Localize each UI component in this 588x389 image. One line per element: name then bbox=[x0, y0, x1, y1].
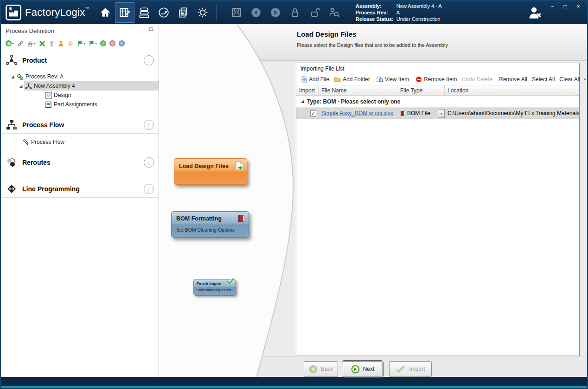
user-assign-icon[interactable] bbox=[58, 40, 64, 47]
process-definition-button[interactable] bbox=[115, 2, 134, 23]
tree-item-process-flow[interactable]: Process Flow bbox=[1, 137, 159, 147]
product-collapse-icon[interactable]: ↑ bbox=[144, 55, 154, 65]
pin-icon[interactable] bbox=[148, 27, 154, 34]
back-nav-button[interactable] bbox=[246, 2, 266, 23]
settings-gear-button[interactable] bbox=[193, 2, 212, 23]
status-info-icon[interactable] bbox=[119, 40, 125, 46]
clear-all-button[interactable]: Clear All bbox=[557, 76, 582, 83]
process-rev-label: Process Rev: A bbox=[26, 73, 64, 80]
process-rev-label: Process Rev: bbox=[356, 9, 396, 16]
toolbar-overflow-icon[interactable]: ▾ bbox=[582, 77, 588, 82]
assembly-label: New Assembly 4 bbox=[34, 83, 75, 89]
step-bom-formatting[interactable]: BOM Formatting Set BOM Cleaning Options bbox=[171, 211, 249, 238]
app-window: FactoryLogix™ bbox=[0, 0, 588, 389]
add-folder-button[interactable]: Add Folder bbox=[332, 76, 372, 83]
product-icon bbox=[6, 54, 18, 66]
select-all-button[interactable]: Select All bbox=[530, 76, 557, 83]
tree-item-part-assignments[interactable]: Part Assignments bbox=[1, 100, 159, 109]
finish-check-icon bbox=[226, 278, 235, 286]
column-header-import[interactable]: Import bbox=[296, 85, 319, 95]
reroutes-expand-icon[interactable]: ↓ bbox=[144, 157, 154, 168]
reroutes-label: Reroutes bbox=[22, 159, 51, 166]
home-button[interactable] bbox=[96, 2, 115, 23]
process-flow-item-label: Process Flow bbox=[31, 139, 64, 145]
expander-icon[interactable]: ◢ bbox=[19, 84, 24, 88]
bom-group-row[interactable]: ◢ Type: BOM - Please select only one bbox=[296, 96, 579, 108]
process-flow-header[interactable]: Process Flow ↑ bbox=[1, 117, 159, 133]
add-item-icon[interactable]: ▾ bbox=[6, 40, 14, 46]
step1-label: Load Design Files bbox=[179, 163, 242, 169]
remove-all-button[interactable]: Remove All bbox=[497, 76, 530, 83]
template-icon[interactable] bbox=[49, 40, 55, 47]
step2-label: BOM Formatting bbox=[176, 215, 244, 222]
minimize-button[interactable]: – bbox=[546, 2, 558, 11]
bom-book-icon bbox=[237, 214, 245, 225]
hyperlink-icon[interactable] bbox=[17, 40, 24, 47]
production-button[interactable] bbox=[154, 2, 173, 23]
forward-nav-button[interactable] bbox=[266, 2, 285, 23]
step-load-design-files[interactable]: Load Design Files bbox=[174, 158, 247, 185]
view-item-button[interactable]: View Item bbox=[374, 76, 411, 83]
tree-item-process-rev[interactable]: ◢ Process Rev: A bbox=[1, 72, 159, 81]
section-product: Product ↑ ◢ Process Rev: A ◢ New Assemb bbox=[1, 52, 159, 109]
column-header-location[interactable]: Location bbox=[445, 85, 579, 95]
print-icon[interactable]: ▾ bbox=[27, 40, 36, 47]
audit-search-button[interactable] bbox=[324, 2, 344, 23]
maximize-button[interactable]: □ bbox=[559, 2, 571, 11]
importing-file-list-panel: Importing File List Add File Add Folder … bbox=[296, 63, 580, 356]
line-programming-label: Line Programming bbox=[22, 185, 80, 193]
add-file-button[interactable]: Add File bbox=[299, 76, 332, 83]
import-checkbox[interactable]: ✓ bbox=[310, 110, 316, 117]
reroutes-header[interactable]: Reroutes ↓ bbox=[1, 154, 159, 171]
bom-file-icon bbox=[400, 110, 406, 117]
logout-user-icon[interactable] bbox=[527, 5, 543, 20]
toolbar-divider bbox=[216, 5, 217, 20]
remove-item-icon bbox=[415, 76, 422, 83]
expander-icon[interactable]: ◢ bbox=[11, 75, 16, 79]
column-header-file-name[interactable]: File Name bbox=[319, 85, 397, 95]
save-button[interactable] bbox=[227, 2, 246, 23]
step-finish-import[interactable]: Finish Import Finish Importing of Files bbox=[193, 279, 236, 296]
file-location: C:\Users\ahunt\Documents\My FLx Training… bbox=[447, 110, 579, 117]
undo-delete-button[interactable]: Undo Delete bbox=[460, 76, 495, 83]
back-button[interactable]: Back bbox=[304, 361, 338, 377]
reroutes-icon bbox=[6, 156, 18, 169]
next-button[interactable]: Next bbox=[343, 361, 383, 377]
status-released-icon[interactable] bbox=[100, 40, 106, 46]
process-flow-icon bbox=[6, 119, 18, 131]
app-brand: FactoryLogix™ bbox=[25, 6, 89, 19]
remove-item-button[interactable]: Remove Item bbox=[413, 76, 459, 83]
wizard-header: Load Design Files Please select the Desi… bbox=[297, 30, 448, 48]
line-programming-expand-icon[interactable]: ↓ bbox=[144, 184, 154, 194]
unlock-button[interactable] bbox=[305, 2, 324, 23]
design-icon bbox=[45, 92, 52, 99]
assembly-icon bbox=[25, 83, 32, 90]
section-reroutes: Reroutes ↓ bbox=[1, 154, 159, 171]
process-flow-collapse-icon[interactable]: ↑ bbox=[144, 120, 154, 130]
materials-button[interactable] bbox=[134, 2, 154, 23]
favorites-icon[interactable] bbox=[67, 40, 74, 47]
group-expander-icon[interactable]: ◢ bbox=[301, 99, 304, 104]
product-header[interactable]: Product ↑ bbox=[1, 52, 159, 69]
publish-icon[interactable]: ▾ bbox=[77, 40, 85, 47]
part-assignments-icon bbox=[45, 101, 52, 108]
documents-button[interactable] bbox=[173, 2, 193, 23]
wizard-subtitle: Please select the Design files that are … bbox=[297, 42, 448, 48]
tree-item-new-assembly[interactable]: ◢ New Assembly 4 bbox=[1, 81, 159, 91]
file-name-link[interactable]: Simple Assy_BOM w uoi.xlsx bbox=[321, 110, 393, 117]
file-type-dropdown[interactable]: ▾ bbox=[438, 109, 445, 118]
line-programming-header[interactable]: Line Programming ↓ bbox=[1, 181, 159, 197]
file-row[interactable]: ✓ Simple Assy_BOM w uoi.xlsx BOM File ▾ … bbox=[296, 108, 579, 119]
close-button[interactable]: × bbox=[572, 2, 584, 11]
status-hold-icon[interactable] bbox=[109, 40, 115, 46]
add-folder-icon bbox=[334, 77, 341, 82]
column-header-file-type[interactable]: File Type bbox=[397, 85, 445, 95]
back-arrow-icon bbox=[309, 365, 318, 374]
section-line-programming: Line Programming ↓ bbox=[1, 181, 159, 198]
import-button[interactable]: Import bbox=[389, 361, 432, 377]
tree-item-design[interactable]: Design bbox=[1, 91, 159, 100]
lock-button[interactable] bbox=[285, 2, 305, 23]
assembly-value: New Assembly 4 - A bbox=[396, 3, 442, 9]
export-excel-icon[interactable] bbox=[39, 40, 45, 47]
deploy-icon[interactable]: ▾ bbox=[89, 40, 97, 47]
